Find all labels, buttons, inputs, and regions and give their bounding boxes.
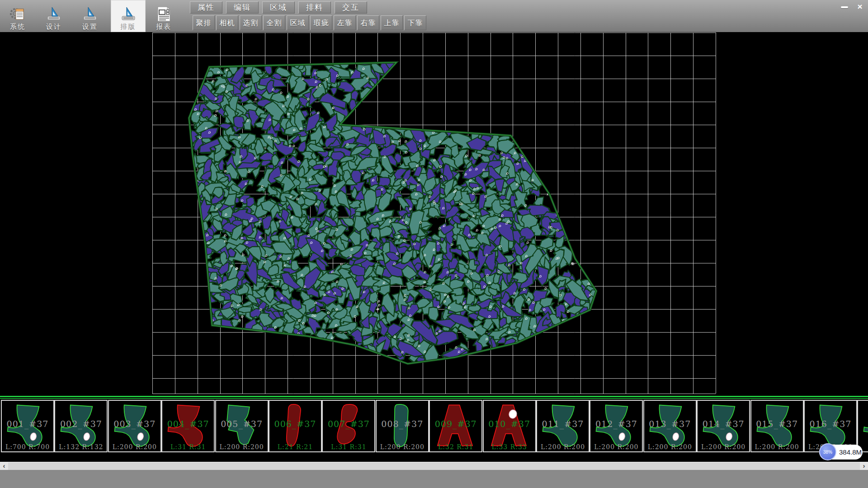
piece-thumbnail[interactable]: 002_#37L:132 R:132 — [54, 400, 108, 452]
piece-counts-label: L:700 R:700 — [2, 443, 53, 450]
piece-id-label: 010_#37 — [484, 419, 535, 429]
piece-thumbnail[interactable]: 003_#37L:200 R:200 — [108, 400, 161, 452]
piece-counts-label: L:200 R:200 — [109, 443, 160, 450]
menu-edit[interactable]: 编辑 — [226, 1, 259, 14]
piece-id-label: 007_#37 — [323, 419, 374, 429]
piece-id-label: 004_#37 — [162, 419, 214, 429]
piece-thumbnail[interactable]: 005_#37L:200 R:200 — [215, 400, 269, 452]
piece-counts-label: L:200 R:200 — [590, 443, 642, 450]
piece-thumbnail[interactable]: 014_#37L:200 R:200 — [697, 400, 750, 452]
app-tile-label: 系统 — [10, 23, 25, 31]
piece-counts-label: L:31 R:31 — [323, 443, 374, 450]
tool-region[interactable]: 区域 — [287, 15, 309, 30]
set-square-icon — [46, 6, 62, 22]
minimize-button[interactable] — [837, 1, 852, 13]
scroll-right-icon[interactable]: › — [860, 462, 868, 470]
piece-id-label: 011_#37 — [537, 419, 589, 429]
piece-thumbnail[interactable]: 015_#37L:200 R:200 — [750, 400, 804, 452]
piece-id-label: 006_#37 — [269, 419, 321, 429]
progress-circle: 38% — [819, 443, 836, 460]
piece-id-label: 015_#37 — [751, 419, 803, 429]
toolbar: 系统 设计 设置 排版 — [0, 0, 868, 33]
piece-counts-label: L:200 R:200 — [644, 443, 696, 450]
piece-thumbnail-strip: 001_#37L:700 R:700002_#37L:132 R:132003_… — [0, 396, 868, 455]
piece-id-label: 002_#37 — [55, 419, 107, 429]
app-tile-system[interactable]: 系统 — [2, 0, 33, 32]
tool-cluster-nest[interactable]: 聚排 — [193, 15, 215, 30]
app-tile-design[interactable]: 设计 — [38, 0, 69, 32]
piece-thumbnail[interactable]: 011_#37L:200 R:200 — [536, 400, 590, 452]
piece-thumbnail[interactable]: 001_#37L:700 R:700 — [1, 400, 54, 452]
report-doc-icon — [156, 6, 172, 22]
piece-id-label: 008_#37 — [377, 419, 428, 429]
piece-thumbnail[interactable]: 010_#37L:33 R:33 — [483, 400, 536, 452]
tool-snap-left[interactable]: 左靠 — [334, 15, 356, 30]
piece-id-label: 009_#37 — [430, 419, 481, 429]
strip-divider-line — [0, 396, 868, 397]
piece-thumbnail[interactable]: 008_#37L:200 R:200 — [376, 400, 429, 452]
tool-snap-bottom[interactable]: 下靠 — [404, 15, 426, 30]
piece-counts-label: L:200 R:200 — [751, 443, 803, 450]
tool-camera[interactable]: 相机 — [216, 15, 238, 30]
piece-id-label: 016_#37 — [805, 419, 856, 429]
piece-counts-label: L:33 R:33 — [484, 443, 535, 450]
close-icon: × — [857, 2, 862, 11]
memory-value: 384.8M — [839, 445, 862, 460]
piece-thumbnail[interactable]: 006_#37L:21 R:21 — [269, 400, 322, 452]
app-tile-label: 设置 — [82, 23, 98, 31]
piece-counts-label: L:132 R:132 — [55, 443, 107, 450]
piece-id-label: 003_#37 — [109, 419, 160, 429]
piece-id-label: 0 — [858, 419, 868, 429]
menu-nesting[interactable]: 排料 — [298, 1, 331, 14]
nesting-viewport[interactable] — [0, 32, 868, 396]
piece-counts-label: L:200 R:200 — [377, 443, 428, 450]
tool-snap-right[interactable]: 右靠 — [357, 15, 379, 30]
piece-thumbnail[interactable]: 004_#37L:31 R:31 — [161, 400, 215, 452]
horizontal-scrollbar[interactable]: ‹ › — [0, 462, 868, 470]
piece-id-label: 001_#37 — [2, 419, 53, 429]
piece-counts-label: L:21 R:21 — [269, 443, 321, 450]
app-tile-layout[interactable]: 排版 — [111, 0, 146, 32]
tool-snap-top[interactable]: 上靠 — [381, 15, 403, 30]
strip-divider-line — [0, 398, 868, 399]
app-tile-report[interactable]: 报表 — [148, 0, 179, 32]
piece-thumbnail[interactable]: 009_#37L:32 R:31 — [429, 400, 482, 452]
piece-id-label: 013_#37 — [644, 419, 696, 429]
piece-counts-label: L:200 R:200 — [216, 443, 268, 450]
status-bar — [0, 470, 868, 488]
app-tile-settings[interactable]: 设置 — [75, 0, 105, 32]
piece-thumbnail[interactable]: 013_#37L:200 R:200 — [643, 400, 697, 452]
tool-cut-all[interactable]: 全割 — [263, 15, 285, 30]
minimize-icon — [841, 6, 848, 8]
menu-properties[interactable]: 属性 — [190, 1, 222, 14]
piece-thumbnail[interactable]: 007_#37L:31 R:31 — [322, 400, 375, 452]
tool-defect[interactable]: 瑕疵 — [310, 15, 332, 30]
gear-doc-icon — [9, 6, 26, 22]
piece-id-label: 012_#37 — [590, 419, 642, 429]
close-button[interactable]: × — [853, 1, 867, 13]
piece-counts-label: L:200 R:200 — [698, 443, 749, 450]
menu-interact[interactable]: 交互 — [335, 1, 367, 14]
piece-id-label: 005_#37 — [216, 419, 268, 429]
app-tile-label: 设计 — [46, 23, 61, 31]
app-tile-label: 排版 — [121, 23, 136, 31]
menu-region[interactable]: 区域 — [262, 1, 295, 14]
set-square-icon — [82, 6, 98, 22]
piece-counts-label: L:31 R:31 — [162, 443, 214, 450]
piece-id-label: 014_#37 — [698, 419, 749, 429]
set-square-icon — [120, 6, 137, 22]
scroll-left-icon[interactable]: ‹ — [0, 462, 8, 470]
app-tile-label: 报表 — [156, 23, 171, 31]
tool-select-cut[interactable]: 选割 — [240, 15, 262, 30]
piece-counts-label: L:32 R:31 — [430, 443, 481, 450]
piece-counts-label: L:200 R:200 — [537, 443, 589, 450]
piece-thumbnail[interactable]: 012_#37L:200 R:200 — [590, 400, 643, 452]
memory-badge: 38% 384.8M — [819, 445, 863, 460]
